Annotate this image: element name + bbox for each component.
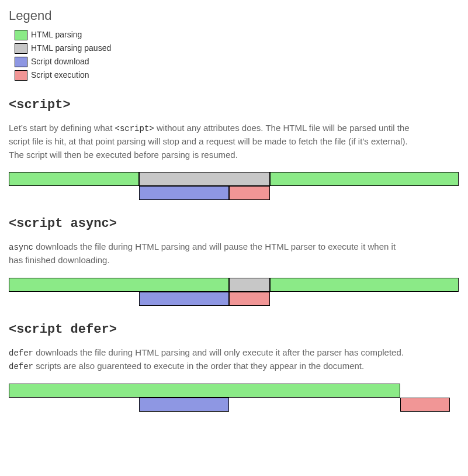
legend-swatch-html-parsing-paused <box>15 43 27 54</box>
timeline-bar <box>9 172 139 186</box>
timeline-bar <box>139 172 269 186</box>
para-text: Let’s start by defining what <box>9 123 115 133</box>
para-text: scripts are also guarenteed to execute i… <box>33 361 364 371</box>
timeline-bar <box>229 278 269 292</box>
code-inline: <script> <box>115 124 154 133</box>
para-text: downloads the file during HTML parsing a… <box>33 347 404 357</box>
legend-item: Script execution <box>9 69 459 81</box>
timeline-bar <box>229 292 269 306</box>
para-text: downloads the file during HTML parsing a… <box>9 242 396 265</box>
timeline-bar <box>139 398 229 412</box>
legend-label: Script execution <box>31 69 89 81</box>
timeline-row <box>9 398 459 412</box>
section-para-async: async downloads the file during HTML par… <box>9 240 412 267</box>
timeline-row <box>9 186 459 200</box>
legend-list: HTML parsing HTML parsing paused Script … <box>9 29 459 81</box>
legend-item: Script download <box>9 56 459 68</box>
legend-swatch-script-download <box>15 57 27 67</box>
timeline-bar <box>229 186 269 200</box>
section-title-script: <script> <box>9 95 459 115</box>
timeline-bar <box>139 292 229 306</box>
legend-swatch-script-execution <box>15 70 27 81</box>
timeline-bar <box>9 278 229 292</box>
timeline-async <box>9 278 459 306</box>
timeline-script <box>9 172 459 200</box>
legend-label: Script download <box>31 56 89 68</box>
timeline-row <box>9 172 459 186</box>
timeline-row <box>9 278 459 292</box>
timeline-defer <box>9 384 459 412</box>
legend-label: HTML parsing <box>31 29 82 41</box>
timeline-row <box>9 292 459 306</box>
timeline-row <box>9 384 459 398</box>
timeline-bar <box>400 398 450 412</box>
legend-swatch-html-parsing <box>15 30 27 40</box>
section-para-defer: defer downloads the file during HTML par… <box>9 346 412 373</box>
timeline-bar <box>9 384 400 398</box>
legend-label: HTML parsing paused <box>31 42 111 54</box>
section-title-async: <script async> <box>9 214 459 233</box>
legend-item: HTML parsing <box>9 29 459 41</box>
legend-item: HTML parsing paused <box>9 42 459 54</box>
code-inline: defer <box>9 349 33 358</box>
legend-title: Legend <box>9 6 459 25</box>
code-inline: async <box>9 243 33 252</box>
section-para-script: Let’s start by defining what <script> wi… <box>9 122 412 161</box>
code-inline: defer <box>9 362 33 371</box>
timeline-bar <box>270 278 459 292</box>
section-title-defer: <script defer> <box>9 320 459 339</box>
timeline-bar <box>139 186 229 200</box>
timeline-bar <box>270 172 459 186</box>
